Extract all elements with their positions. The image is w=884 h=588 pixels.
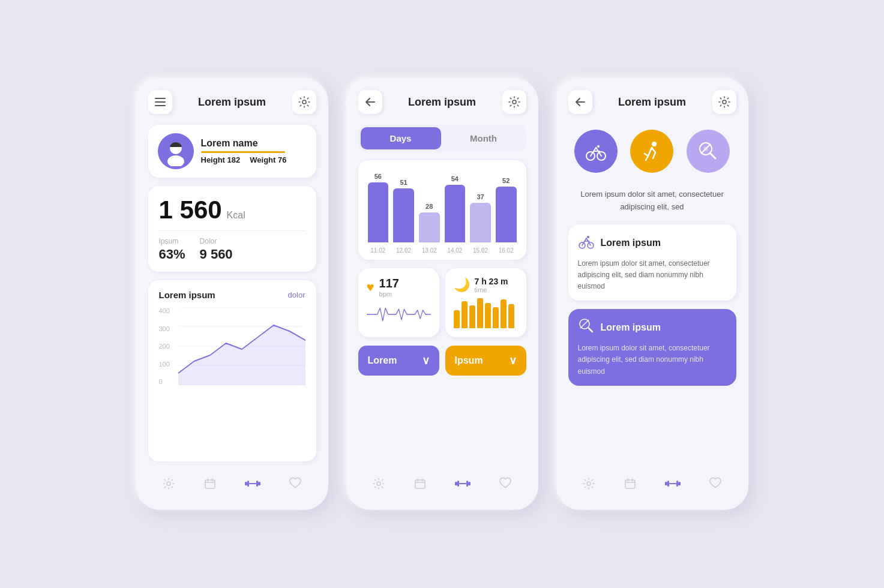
bar-label-2: 13.02	[422, 247, 437, 254]
info-card-white-body: Lorem ipsum dolor sit amet, consectetuer…	[578, 258, 727, 293]
bars-container: 56 11.02 51 12.02 28 13.02 54 14	[365, 170, 519, 254]
svg-rect-51	[667, 481, 669, 487]
svg-point-3	[302, 100, 306, 104]
svg-rect-46	[625, 480, 635, 488]
bar-col-5: 52 16.02	[496, 177, 517, 254]
weight-value: 76	[278, 155, 286, 164]
chevron-icon-2: ∨	[509, 354, 517, 367]
svg-rect-19	[256, 481, 258, 487]
svg-point-32	[723, 100, 726, 104]
nav-heart-1[interactable]	[284, 475, 307, 496]
stat-label-2: Dolor	[200, 237, 233, 245]
calories-unit: Kcal	[227, 210, 245, 221]
dropdown-ipsum[interactable]: Ipsum ∨	[445, 346, 526, 376]
chart-header: Lorem ipsum dolor	[159, 290, 305, 300]
nav-calendar-2[interactable]	[409, 475, 431, 496]
info-card-purple-body: Lorem ipsum dolor sit amet, consectetuer…	[578, 343, 727, 377]
back-button-3[interactable]	[568, 90, 592, 114]
svg-point-11	[167, 482, 170, 485]
nav-settings-2[interactable]	[367, 475, 390, 496]
header-title-1: Lorem ipsum	[198, 96, 266, 109]
bar-col-4: 37 15.02	[470, 193, 491, 254]
svg-rect-12	[205, 480, 215, 488]
bar-col-1: 51 12.02	[393, 179, 414, 254]
svg-point-35	[597, 145, 600, 148]
phone-screen-3: Lorem ipsum	[556, 78, 748, 510]
moon-icon: 🌙	[454, 277, 470, 293]
chart-card: Lorem ipsum dolor 400 300 200 100 0	[148, 280, 316, 461]
tab-month[interactable]: Month	[444, 127, 524, 149]
bar-col-3: 54 14.02	[445, 175, 466, 254]
nav-dumbbell-3[interactable]	[660, 475, 685, 496]
pingpong-icon-circle[interactable]	[687, 130, 730, 173]
nav-dumbbell-1[interactable]	[240, 475, 265, 496]
line-chart: 400 300 200 100 0	[159, 307, 305, 397]
bar-rect-0	[368, 182, 389, 242]
calories-value: 1 560 Kcal	[159, 196, 305, 224]
svg-rect-27	[455, 482, 457, 485]
svg-rect-53	[676, 481, 678, 487]
pingpong-icon-card	[578, 317, 595, 338]
bar-col-0: 56 11.02	[368, 173, 389, 254]
svg-rect-54	[678, 482, 681, 485]
profile-stats: Height 182 Weight 76	[201, 155, 307, 164]
info-card-white-header: Lorem ipsum	[578, 233, 727, 253]
bar-value-2: 28	[425, 203, 433, 210]
profile-card: Lorem name Height 182 Weight 76	[148, 125, 316, 178]
y-labels: 400 300 200 100 0	[159, 307, 177, 385]
tab-days[interactable]: Days	[361, 127, 441, 149]
bar-value-5: 52	[502, 177, 510, 184]
stats-row: Ipsum 63% Dolor 9 560	[159, 237, 305, 262]
bottom-nav-1	[148, 470, 316, 498]
bar-value-0: 56	[374, 173, 382, 180]
calories-number: 1 560	[159, 196, 222, 224]
chevron-icon-1: ∨	[422, 354, 430, 367]
header-title-3: Lorem ipsum	[618, 96, 686, 109]
svg-point-45	[587, 482, 591, 485]
nav-heart-3[interactable]	[704, 475, 727, 496]
nav-calendar-3[interactable]	[619, 475, 642, 496]
stat-ipsum: Ipsum 63%	[159, 237, 185, 262]
profile-info: Lorem name Height 182 Weight 76	[201, 138, 307, 164]
svg-point-22	[377, 482, 380, 485]
svg-rect-50	[665, 482, 667, 485]
description-text: Lorem ipsum dolor sit amet, consectetuer…	[568, 186, 736, 216]
stat-value-2: 9 560	[200, 247, 233, 262]
run-icon-circle[interactable]	[630, 130, 673, 173]
info-card-white: Lorem ipsum Lorem ipsum dolor sit amet, …	[568, 224, 736, 301]
svg-line-44	[580, 320, 589, 328]
sleep-sub: time	[475, 286, 508, 293]
divider	[159, 230, 305, 231]
dropdowns-row: Lorem ∨ Ipsum ∨	[358, 346, 526, 376]
svg-rect-29	[459, 483, 466, 484]
menu-button[interactable]	[148, 90, 172, 114]
bar-rect-3	[445, 185, 466, 242]
nav-settings-3[interactable]	[577, 475, 600, 496]
settings-button-2[interactable]	[502, 90, 526, 114]
settings-button-3[interactable]	[712, 90, 736, 114]
bike-icon-circle[interactable]	[574, 130, 618, 173]
bar-value-1: 51	[400, 179, 407, 186]
svg-rect-2	[155, 105, 166, 106]
chart-area	[178, 307, 305, 385]
nav-settings-1[interactable]	[157, 475, 180, 496]
nav-calendar-1[interactable]	[199, 475, 221, 496]
svg-rect-20	[258, 482, 260, 485]
dropdown-ipsum-label: Ipsum	[455, 355, 483, 366]
nav-heart-2[interactable]	[494, 475, 517, 496]
settings-button-1[interactable]	[292, 90, 316, 114]
back-button-2[interactable]	[358, 90, 382, 114]
dropdown-lorem[interactable]: Lorem ∨	[358, 346, 439, 376]
nav-dumbbell-2[interactable]	[450, 475, 475, 496]
chart-link[interactable]: dolor	[288, 290, 305, 299]
svg-point-42	[587, 236, 589, 238]
bar-value-4: 37	[477, 193, 484, 200]
height-value: 182	[227, 155, 241, 164]
bar-rect-2	[419, 212, 440, 242]
bar-chart-card: 56 11.02 51 12.02 28 13.02 54 14	[358, 160, 526, 260]
bike-icon-card	[578, 233, 595, 253]
tabs-row: Days Month	[358, 125, 526, 152]
bar-rect-1	[393, 188, 414, 242]
sleep-value: 7 h 23 m	[475, 277, 508, 286]
phone-screen-2: Lorem ipsum Days Month 56 11.02	[346, 78, 538, 510]
